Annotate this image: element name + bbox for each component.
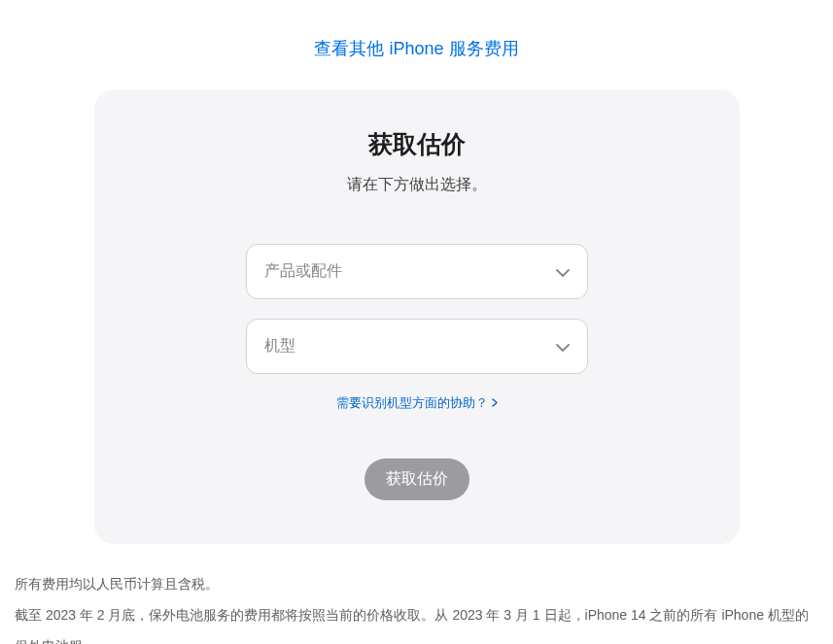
model-select[interactable]: 机型 [246, 319, 588, 374]
help-link-label: 需要识别机型方面的协助？ [336, 394, 488, 412]
footer-text: 所有费用均以人民币计算且含税。 截至 2023 年 2 月底，保外电池服务的费用… [10, 568, 823, 644]
product-select-placeholder: 产品或配件 [264, 261, 342, 282]
chevron-right-icon [492, 396, 498, 410]
card-title: 获取估价 [123, 128, 711, 160]
chevron-down-icon [556, 338, 570, 356]
footer-line1: 所有费用均以人民币计算且含税。 [15, 568, 818, 599]
footer-line2-part1: 截至 2023 年 2 月底，保外电池服务的费用都将按照当前的价格收取。从 20… [15, 607, 809, 644]
model-select-placeholder: 机型 [264, 336, 295, 356]
top-link-container: 查看其他 iPhone 服务费用 [10, 0, 823, 89]
get-estimate-button[interactable]: 获取估价 [364, 458, 469, 500]
estimate-card: 获取估价 请在下方做出选择。 产品或配件 机型 [94, 89, 740, 544]
product-select-wrapper: 产品或配件 [246, 244, 588, 299]
other-services-link[interactable]: 查看其他 iPhone 服务费用 [314, 39, 518, 58]
help-link-container: 需要识别机型方面的协助？ [123, 393, 711, 412]
card-subtitle: 请在下方做出选择。 [123, 175, 711, 195]
identify-model-help-link[interactable]: 需要识别机型方面的协助？ [336, 394, 498, 412]
footer-line2: 截至 2023 年 2 月底，保外电池服务的费用都将按照当前的价格收取。从 20… [15, 599, 818, 644]
chevron-down-icon [556, 263, 570, 281]
model-select-wrapper: 机型 [246, 319, 588, 374]
product-select[interactable]: 产品或配件 [246, 244, 588, 299]
